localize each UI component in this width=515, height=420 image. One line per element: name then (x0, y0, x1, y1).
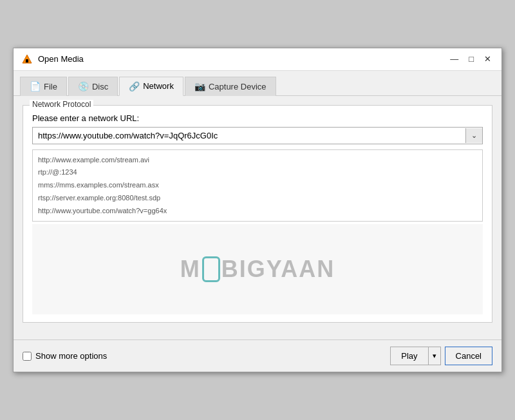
footer-buttons: Play ▾ Cancel (390, 347, 492, 365)
group-box-label: Network Protocol (30, 100, 93, 109)
tab-network-label: Network (143, 81, 174, 91)
suggestions-box: http://www.example.com/stream.avi rtp://… (32, 149, 483, 222)
watermark-rest: BIGYAAN (221, 256, 335, 283)
watermark-text: M BIGYAAN (180, 256, 335, 283)
suggestion-2[interactable]: rtp://@:1234 (38, 166, 477, 179)
url-field-label: Please enter a network URL: (32, 113, 483, 123)
open-media-dialog: Open Media — □ ✕ 📄 File 💿 Disc 🔗 Network… (13, 48, 502, 373)
tab-disc[interactable]: 💿 Disc (68, 77, 118, 96)
watermark-phone-icon (202, 256, 220, 282)
main-content: Network Protocol Please enter a network … (14, 96, 501, 340)
tab-bar: 📄 File 💿 Disc 🔗 Network 📷 Capture Device (14, 71, 501, 96)
watermark-area: M BIGYAAN (32, 224, 483, 314)
suggestion-1[interactable]: http://www.example.com/stream.avi (38, 154, 477, 167)
cancel-button[interactable]: Cancel (445, 347, 492, 365)
title-bar: Open Media — □ ✕ (14, 48, 501, 71)
watermark-m: M (180, 256, 201, 283)
tab-file[interactable]: 📄 File (20, 77, 67, 96)
tab-file-label: File (44, 82, 57, 91)
file-tab-icon: 📄 (30, 81, 41, 91)
network-tab-icon: 🔗 (129, 81, 140, 91)
tab-capture-label: Capture Device (209, 82, 267, 91)
minimize-button[interactable]: — (447, 55, 461, 63)
show-more-options-checkbox[interactable] (23, 352, 32, 361)
tab-disc-label: Disc (92, 82, 108, 91)
svg-rect-1 (26, 59, 28, 62)
play-dropdown-button[interactable]: ▾ (428, 347, 441, 365)
footer: Show more options Play ▾ Cancel (14, 339, 501, 372)
url-input-row: ⌄ (32, 127, 483, 144)
capture-tab-icon: 📷 (194, 81, 205, 91)
url-dropdown-button[interactable]: ⌄ (465, 128, 482, 143)
dialog-title: Open Media (38, 54, 447, 64)
disc-tab-icon: 💿 (78, 81, 89, 91)
network-protocol-group: Network Protocol Please enter a network … (23, 105, 492, 323)
show-more-options-label[interactable]: Show more options (35, 351, 107, 361)
tab-capture[interactable]: 📷 Capture Device (185, 77, 276, 96)
play-button[interactable]: Play (390, 347, 427, 365)
suggestion-3[interactable]: mms://mms.examples.com/stream.asx (38, 179, 477, 192)
window-controls: — □ ✕ (447, 55, 494, 63)
vlc-icon (21, 53, 33, 65)
maximize-button[interactable]: □ (466, 55, 476, 63)
show-more-options-row: Show more options (23, 351, 390, 361)
close-button[interactable]: ✕ (482, 55, 494, 63)
url-input[interactable] (33, 128, 465, 144)
tab-network[interactable]: 🔗 Network (119, 77, 183, 96)
suggestion-5[interactable]: http://www.yourtube.com/watch?v=gg64x (38, 205, 477, 218)
suggestion-4[interactable]: rtsp://server.example.org:8080/test.sdp (38, 192, 477, 205)
